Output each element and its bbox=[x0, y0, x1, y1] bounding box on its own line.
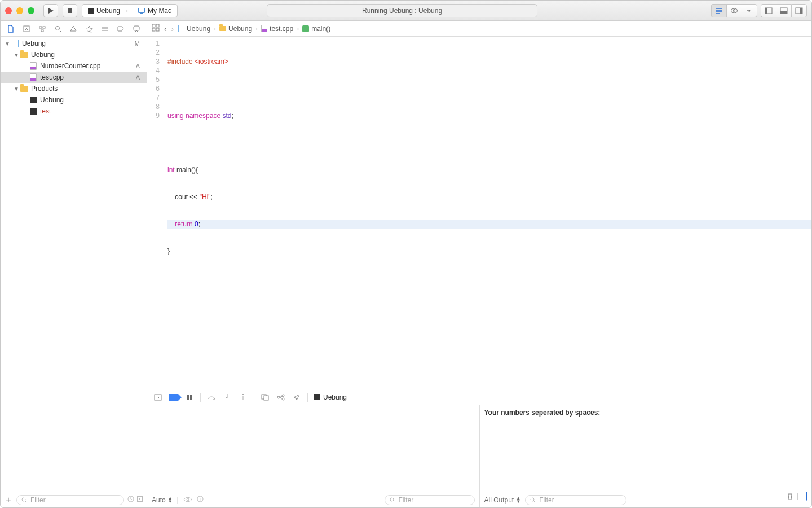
toggle-navigator-button[interactable] bbox=[761, 4, 776, 17]
svg-point-14 bbox=[55, 26, 59, 30]
disclosure-triangle-icon[interactable]: ▼ bbox=[4, 41, 11, 47]
console-view[interactable]: Your numbers seperated by spaces: All Ou… bbox=[480, 405, 812, 507]
console-filter-field[interactable]: Filter bbox=[525, 495, 626, 505]
add-button[interactable]: + bbox=[4, 495, 13, 505]
svg-point-16 bbox=[22, 498, 25, 501]
svg-rect-22 bbox=[156, 28, 159, 31]
process-selector[interactable]: Uebung bbox=[314, 392, 347, 402]
toggle-debug-area-button[interactable] bbox=[776, 4, 791, 17]
test-navigator-icon[interactable] bbox=[83, 23, 95, 34]
editor-area: ‹ › Uebung › Uebung › test.cpp › main() … bbox=[147, 21, 811, 507]
source-text[interactable]: #include <iostream> using namespace std;… bbox=[164, 37, 811, 389]
report-navigator-icon[interactable] bbox=[131, 23, 142, 34]
code-token: ; bbox=[231, 112, 233, 120]
symbol-navigator-icon[interactable] bbox=[37, 23, 48, 34]
separator bbox=[307, 393, 308, 402]
scm-filter-icon[interactable] bbox=[136, 496, 143, 504]
source-editor[interactable]: 1 2 3 4 5 6 7 8 9 #include <iostream> us… bbox=[147, 37, 811, 389]
separator bbox=[254, 393, 254, 402]
file-row[interactable]: test.cpp A bbox=[1, 72, 147, 83]
filter-icon bbox=[21, 497, 27, 503]
process-label: Uebung bbox=[323, 393, 347, 401]
related-items-icon[interactable] bbox=[152, 24, 160, 33]
standard-editor-button[interactable] bbox=[711, 4, 726, 17]
quicklook-icon[interactable] bbox=[183, 496, 192, 504]
chevron-right-icon: › bbox=[213, 25, 217, 33]
stop-button[interactable] bbox=[63, 4, 77, 17]
variables-view[interactable]: Auto ▲▼ | i Filter bbox=[147, 405, 480, 507]
debug-view-hierarchy-button[interactable] bbox=[260, 392, 270, 402]
show-console-pane-button[interactable] bbox=[806, 492, 807, 508]
simulate-location-button[interactable] bbox=[292, 392, 302, 402]
jump-segment[interactable]: main() bbox=[302, 25, 330, 33]
close-window-button[interactable] bbox=[5, 7, 12, 14]
product-name-label: test bbox=[40, 107, 142, 115]
filter-icon bbox=[390, 497, 395, 503]
folder-icon bbox=[20, 52, 28, 58]
forward-button[interactable]: › bbox=[171, 24, 176, 33]
issue-navigator-icon[interactable] bbox=[68, 23, 79, 34]
jump-segment[interactable]: Uebung bbox=[178, 25, 210, 33]
hide-debug-area-button[interactable] bbox=[153, 392, 163, 402]
code-token: using namespace bbox=[167, 112, 220, 120]
step-into-button[interactable] bbox=[222, 392, 232, 402]
breakpoints-toggle[interactable] bbox=[169, 392, 179, 402]
debug-memory-graph-button[interactable] bbox=[276, 392, 286, 402]
project-tree[interactable]: ▼ Uebung M ▼ Uebung NumberCounter.cpp A … bbox=[1, 37, 147, 492]
clear-console-button[interactable] bbox=[787, 492, 793, 508]
source-control-navigator-icon[interactable] bbox=[21, 23, 32, 34]
product-row[interactable]: Uebung bbox=[1, 94, 147, 106]
svg-point-31 bbox=[282, 395, 284, 397]
version-editor-button[interactable] bbox=[742, 4, 757, 17]
file-row[interactable]: NumberCounter.cpp A bbox=[1, 60, 147, 72]
scheme-selector[interactable]: Uebung › My Mac bbox=[82, 4, 178, 17]
navigator-filter-field[interactable]: Filter bbox=[16, 495, 124, 505]
project-navigator-icon[interactable] bbox=[5, 23, 16, 34]
console-output[interactable]: Your numbers seperated by spaces: bbox=[480, 405, 812, 492]
activity-status-text: Running Uebung : Uebung bbox=[362, 7, 442, 15]
line-gutter[interactable]: 1 2 3 4 5 6 7 8 9 bbox=[147, 37, 164, 389]
panel-toggle-segmented bbox=[761, 4, 807, 17]
main-area: ▼ Uebung M ▼ Uebung NumberCounter.cpp A … bbox=[1, 21, 811, 507]
zoom-window-button[interactable] bbox=[28, 7, 34, 14]
project-root-row[interactable]: ▼ Uebung M bbox=[1, 38, 147, 49]
code-token: } bbox=[167, 247, 170, 255]
filter-icon bbox=[530, 497, 536, 503]
xcode-project-icon bbox=[12, 40, 19, 47]
variables-filter-field[interactable]: Filter bbox=[385, 495, 475, 505]
svg-rect-29 bbox=[264, 396, 268, 400]
jump-bar[interactable]: ‹ › Uebung › Uebung › test.cpp › main() bbox=[147, 21, 811, 37]
print-description-icon[interactable]: i bbox=[197, 496, 204, 504]
console-output-mode-selector[interactable]: All Output ▲▼ bbox=[484, 496, 521, 504]
device-icon bbox=[138, 8, 145, 13]
code-token: cout << bbox=[175, 193, 199, 201]
line-number: 4 bbox=[147, 66, 160, 75]
assistant-editor-button[interactable] bbox=[726, 4, 742, 17]
step-out-button[interactable] bbox=[238, 392, 248, 402]
recent-filter-icon[interactable] bbox=[127, 496, 134, 504]
disclosure-triangle-icon[interactable]: ▼ bbox=[13, 52, 20, 58]
pause-button[interactable] bbox=[184, 392, 195, 402]
line-number: 9 bbox=[147, 111, 160, 120]
jump-segment[interactable]: test.cpp bbox=[261, 25, 293, 33]
line-number: 3 bbox=[147, 57, 160, 66]
group-row[interactable]: ▼ Uebung bbox=[1, 49, 147, 60]
debug-navigator-icon[interactable] bbox=[99, 23, 111, 34]
product-row[interactable]: test bbox=[1, 106, 147, 117]
breakpoint-navigator-icon[interactable] bbox=[115, 23, 126, 34]
show-variables-pane-button[interactable] bbox=[802, 492, 802, 508]
find-navigator-icon[interactable] bbox=[52, 23, 64, 34]
run-button[interactable] bbox=[43, 4, 58, 17]
jump-segment[interactable]: Uebung bbox=[219, 25, 252, 33]
variables-scope-selector[interactable]: Auto ▲▼ bbox=[152, 496, 173, 504]
minimize-window-button[interactable] bbox=[16, 7, 23, 14]
back-button[interactable]: ‹ bbox=[162, 24, 169, 33]
svg-rect-1 bbox=[68, 8, 72, 13]
executable-icon bbox=[30, 97, 37, 103]
mode-label: All Output bbox=[484, 496, 514, 504]
step-over-button[interactable] bbox=[206, 392, 217, 402]
toggle-utilities-button[interactable] bbox=[791, 4, 807, 17]
code-token: std bbox=[220, 112, 231, 120]
products-group-row[interactable]: ▼ Products bbox=[1, 83, 147, 94]
disclosure-triangle-icon[interactable]: ▼ bbox=[13, 86, 20, 92]
